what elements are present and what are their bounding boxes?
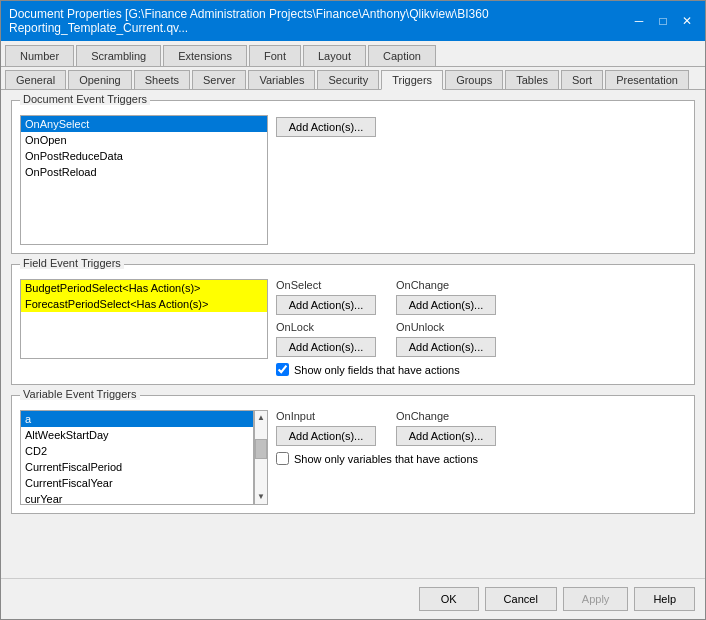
list-item[interactable]: OnAnySelect <box>21 116 267 132</box>
document-event-triggers-group: Document Event Triggers OnAnySelectOnOpe… <box>11 100 695 254</box>
title-bar-buttons: ─ □ ✕ <box>629 12 697 30</box>
scrollbar-thumb[interactable] <box>255 439 267 459</box>
footer: OK Cancel Apply Help <box>1 578 705 619</box>
field-event-list[interactable]: BudgetPeriodSelect<Has Action(s)>Forecas… <box>20 279 268 359</box>
scrollbar-down-arrow[interactable]: ▼ <box>255 490 267 504</box>
field-on-select-col: OnSelect Add Action(s)... <box>276 279 376 315</box>
list-item[interactable]: OnPostReload <box>21 164 267 180</box>
list-item[interactable]: a <box>21 411 253 427</box>
variable-show-only-label: Show only variables that have actions <box>294 453 478 465</box>
field-on-unlock-col: OnUnlock Add Action(s)... <box>396 321 496 357</box>
field-on-lock-col: OnLock Add Action(s)... <box>276 321 376 357</box>
tab-bottom-triggers[interactable]: Triggers <box>381 70 443 90</box>
variable-actions: OnInput Add Action(s)... OnChange Add Ac… <box>276 410 686 505</box>
field-actions: OnSelect Add Action(s)... OnChange Add A… <box>276 279 686 376</box>
document-event-triggers-content: OnAnySelectOnOpenOnPostReduceDataOnPostR… <box>20 115 686 245</box>
tab-bottom-sort[interactable]: Sort <box>561 70 603 89</box>
variable-on-change-button[interactable]: Add Action(s)... <box>396 426 496 446</box>
tab-bottom-variables[interactable]: Variables <box>248 70 315 89</box>
variable-event-triggers-content: aAltWeekStartDayCD2CurrentFiscalPeriodCu… <box>20 410 686 505</box>
tab-bottom-groups[interactable]: Groups <box>445 70 503 89</box>
field-on-lock-button[interactable]: Add Action(s)... <box>276 337 376 357</box>
field-on-unlock-button[interactable]: Add Action(s)... <box>396 337 496 357</box>
list-item[interactable]: AltWeekStartDay <box>21 427 253 443</box>
field-action-row-2: OnLock Add Action(s)... OnUnlock Add Act… <box>276 321 686 357</box>
help-button[interactable]: Help <box>634 587 695 611</box>
minimize-button[interactable]: ─ <box>629 12 649 30</box>
field-on-change-button[interactable]: Add Action(s)... <box>396 295 496 315</box>
field-event-triggers-content: BudgetPeriodSelect<Has Action(s)>Forecas… <box>20 279 686 376</box>
document-add-action-button[interactable]: Add Action(s)... <box>276 117 376 137</box>
cancel-button[interactable]: Cancel <box>485 587 557 611</box>
list-item[interactable]: OnPostReduceData <box>21 148 267 164</box>
tab-bottom-server[interactable]: Server <box>192 70 246 89</box>
list-item[interactable]: CurrentFiscalYear <box>21 475 253 491</box>
field-event-triggers-group: Field Event Triggers BudgetPeriodSelect<… <box>11 264 695 385</box>
document-event-list[interactable]: OnAnySelectOnOpenOnPostReduceDataOnPostR… <box>20 115 268 245</box>
tab-top-caption[interactable]: Caption <box>368 45 436 66</box>
variable-on-change-col: OnChange Add Action(s)... <box>396 410 496 446</box>
tab-bottom-security[interactable]: Security <box>317 70 379 89</box>
on-unlock-label: OnUnlock <box>396 321 496 333</box>
variable-event-list[interactable]: aAltWeekStartDayCD2CurrentFiscalPeriodCu… <box>20 410 254 505</box>
ok-button[interactable]: OK <box>419 587 479 611</box>
field-show-only-checkbox[interactable] <box>276 363 289 376</box>
variable-show-only-checkbox[interactable] <box>276 452 289 465</box>
variable-on-input-button[interactable]: Add Action(s)... <box>276 426 376 446</box>
variable-on-change-label: OnChange <box>396 410 496 422</box>
apply-button[interactable]: Apply <box>563 587 629 611</box>
on-lock-label: OnLock <box>276 321 376 333</box>
variable-show-only-row: Show only variables that have actions <box>276 452 686 465</box>
field-action-row-1: OnSelect Add Action(s)... OnChange Add A… <box>276 279 686 315</box>
bottom-tab-bar: GeneralOpeningSheetsServerVariablesSecur… <box>1 67 705 90</box>
tab-top-scrambling[interactable]: Scrambling <box>76 45 161 66</box>
document-event-triggers-label: Document Event Triggers <box>20 93 150 105</box>
top-tab-bar: NumberScramblingExtensionsFontLayoutCapt… <box>1 41 705 67</box>
variable-scrollbar[interactable]: ▲ ▼ <box>254 410 268 505</box>
field-show-only-row: Show only fields that have actions <box>276 363 686 376</box>
field-on-change-col: OnChange Add Action(s)... <box>396 279 496 315</box>
tab-bottom-general[interactable]: General <box>5 70 66 89</box>
tab-bottom-tables[interactable]: Tables <box>505 70 559 89</box>
on-input-label: OnInput <box>276 410 376 422</box>
variable-event-triggers-label: Variable Event Triggers <box>20 388 140 400</box>
variable-event-triggers-group: Variable Event Triggers aAltWeekStartDay… <box>11 395 695 514</box>
maximize-button[interactable]: □ <box>653 12 673 30</box>
variable-action-row-1: OnInput Add Action(s)... OnChange Add Ac… <box>276 410 686 446</box>
tab-bottom-opening[interactable]: Opening <box>68 70 132 89</box>
list-item[interactable]: CD2 <box>21 443 253 459</box>
scrollbar-up-arrow[interactable]: ▲ <box>255 411 267 425</box>
close-button[interactable]: ✕ <box>677 12 697 30</box>
list-item[interactable]: BudgetPeriodSelect<Has Action(s)> <box>21 280 267 296</box>
main-content: Document Event Triggers OnAnySelectOnOpe… <box>1 90 705 578</box>
tab-top-layout[interactable]: Layout <box>303 45 366 66</box>
field-event-triggers-label: Field Event Triggers <box>20 257 124 269</box>
list-item[interactable]: ForecastPeriodSelect<Has Action(s)> <box>21 296 267 312</box>
title-bar: Document Properties [G:\Finance Administ… <box>1 1 705 41</box>
tab-top-font[interactable]: Font <box>249 45 301 66</box>
field-show-only-label: Show only fields that have actions <box>294 364 460 376</box>
tab-top-number[interactable]: Number <box>5 45 74 66</box>
variable-on-input-col: OnInput Add Action(s)... <box>276 410 376 446</box>
list-item[interactable]: curYear <box>21 491 253 505</box>
tab-bottom-presentation[interactable]: Presentation <box>605 70 689 89</box>
window-title: Document Properties [G:\Finance Administ… <box>9 7 629 35</box>
on-select-label: OnSelect <box>276 279 376 291</box>
window: Document Properties [G:\Finance Administ… <box>0 0 706 620</box>
list-item[interactable]: OnOpen <box>21 132 267 148</box>
field-on-select-button[interactable]: Add Action(s)... <box>276 295 376 315</box>
on-change-label: OnChange <box>396 279 496 291</box>
list-item[interactable]: CurrentFiscalPeriod <box>21 459 253 475</box>
tab-bottom-sheets[interactable]: Sheets <box>134 70 190 89</box>
tab-top-extensions[interactable]: Extensions <box>163 45 247 66</box>
